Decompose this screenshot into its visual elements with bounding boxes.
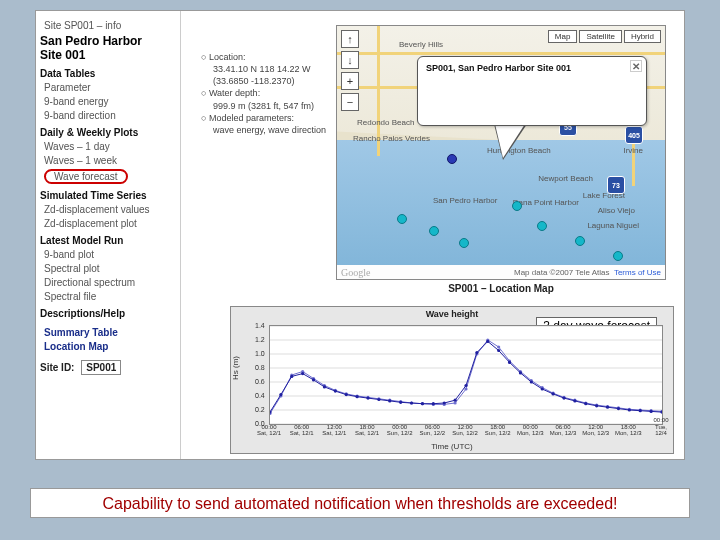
chart-svg: [270, 326, 662, 424]
city-dana: Dana Point Harbor: [513, 198, 579, 207]
map-zoom-in-icon[interactable]: +: [341, 72, 359, 90]
map-attribution: Map data ©2007 Tele Atlas: [514, 268, 610, 277]
svg-point-25: [454, 401, 457, 404]
info-model-hd: Modeled parameters:: [201, 112, 326, 124]
map-footer: Google Map data ©2007 Tele Atlas Terms o…: [337, 265, 665, 279]
chart-ytick: 0.4: [255, 392, 265, 399]
svg-point-74: [584, 402, 587, 405]
map-type-hybrid[interactable]: Hybrid: [624, 30, 661, 43]
chart-ytick: 0.6: [255, 378, 265, 385]
item-wave-forecast[interactable]: Wave forecast: [44, 169, 176, 184]
svg-point-52: [345, 393, 348, 396]
svg-point-70: [541, 387, 544, 390]
item-waves-1week[interactable]: Waves – 1 week: [44, 155, 176, 166]
svg-point-26: [464, 387, 467, 390]
station-dot[interactable]: [429, 226, 439, 236]
chart-xtick: 06:00Mon, 12/3: [550, 424, 577, 437]
location-map[interactable]: 405 22 55 73 Beverly Hills Redondo Beach…: [336, 25, 666, 280]
city-redondo: Redondo Beach: [357, 118, 414, 127]
item-zd-plot[interactable]: Zd-displacement plot: [44, 218, 176, 229]
hd-plots: Daily & Weekly Plots: [40, 127, 176, 138]
site-info-bullets: Location: 33.41.10 N 118 14.22 W (33.685…: [201, 51, 326, 136]
svg-point-80: [650, 410, 653, 413]
svg-point-78: [628, 408, 631, 411]
hd-data-tables: Data Tables: [40, 68, 176, 79]
map-type-satellite[interactable]: Satellite: [579, 30, 621, 43]
map-zoom-out-icon[interactable]: −: [341, 93, 359, 111]
info-lat: 33.41.10 N 118 14.22 W: [213, 63, 326, 75]
map-type-map[interactable]: Map: [548, 30, 578, 43]
siteid-label: Site ID:: [40, 362, 74, 373]
item-dir-spectrum[interactable]: Directional spectrum: [44, 277, 176, 288]
info-depth-hd: Water depth:: [201, 87, 326, 99]
item-9band-direction[interactable]: 9-band direction: [44, 110, 176, 121]
sidebar: Site SP001 – info San Pedro HarborSite 0…: [36, 11, 181, 459]
bubble-text: SP001, San Pedro Harbor Site 001: [426, 63, 571, 73]
svg-point-58: [410, 401, 413, 404]
item-waves-1day[interactable]: Waves – 1 day: [44, 141, 176, 152]
svg-point-56: [388, 399, 391, 402]
chart-plot-area: [269, 325, 663, 425]
chart-ytick: 1.2: [255, 336, 265, 343]
wave-height-chart: Wave height 3 day wave forecast Hs (m) T…: [230, 306, 674, 454]
svg-point-65: [486, 340, 489, 343]
chart-xtick: 12:00Sun, 12/2: [452, 424, 478, 437]
station-dot[interactable]: [537, 221, 547, 231]
station-dot[interactable]: [575, 236, 585, 246]
chart-ytick: 1.0: [255, 350, 265, 357]
svg-point-50: [323, 385, 326, 388]
map-pan-up-icon[interactable]: ↑: [341, 30, 359, 48]
site-title: San Pedro HarborSite 001: [40, 34, 176, 62]
notification-banner: Capability to send automated notificatio…: [30, 488, 690, 518]
svg-point-29: [497, 345, 500, 348]
svg-point-66: [497, 349, 500, 352]
svg-point-73: [573, 399, 576, 402]
chart-xlabel: Time (UTC): [231, 442, 673, 451]
item-9band-plot[interactable]: 9-band plot: [44, 249, 176, 260]
wave-forecast-label: Wave forecast: [44, 169, 128, 184]
info-loc-hd: Location:: [201, 51, 326, 63]
svg-point-79: [639, 409, 642, 412]
station-dot[interactable]: [459, 238, 469, 248]
station-dot[interactable]: [512, 201, 522, 211]
svg-point-69: [530, 380, 533, 383]
item-zd-values[interactable]: Zd-displacement values: [44, 204, 176, 215]
item-9band-energy[interactable]: 9-band energy: [44, 96, 176, 107]
link-summary-table[interactable]: Summary Table: [44, 327, 176, 338]
map-pan-down-icon[interactable]: ↓: [341, 51, 359, 69]
chart-ytick: 0.2: [255, 406, 265, 413]
hd-sim: Simulated Time Series: [40, 190, 176, 201]
station-dot[interactable]: [397, 214, 407, 224]
city-irvine: Irvine: [623, 146, 643, 155]
info-latdec: (33.6850 -118.2370): [213, 75, 326, 87]
map-terms-link[interactable]: Terms of Use: [614, 268, 661, 277]
svg-point-55: [377, 398, 380, 401]
bubble-close-icon[interactable]: ✕: [630, 60, 642, 72]
station-dot-selected[interactable]: [447, 154, 457, 164]
item-parameter[interactable]: Parameter: [44, 82, 176, 93]
item-spectral-plot[interactable]: Spectral plot: [44, 263, 176, 274]
svg-point-67: [508, 361, 511, 364]
svg-point-49: [312, 378, 315, 381]
callout-tail: [495, 124, 525, 158]
hwy-shield-405: 405: [625, 126, 643, 144]
google-logo: Google: [341, 267, 370, 278]
svg-point-47: [290, 375, 293, 378]
svg-point-54: [366, 397, 369, 400]
map-caption: SP001 – Location Map: [336, 283, 666, 294]
siteid-select[interactable]: SP001: [81, 360, 121, 375]
svg-point-57: [399, 401, 402, 404]
map-nav-controls: ↑ ↓ + −: [341, 30, 359, 114]
link-location-map[interactable]: Location Map: [44, 341, 176, 352]
city-sanpedro: San Pedro Harbor: [433, 196, 497, 205]
chart-ytick: 0.8: [255, 364, 265, 371]
svg-point-53: [356, 395, 359, 398]
station-dot[interactable]: [613, 251, 623, 261]
city-rpv: Rancho Palos Verdes: [353, 134, 430, 143]
item-spectral-file[interactable]: Spectral file: [44, 291, 176, 302]
hd-desc[interactable]: Descriptions/Help: [40, 308, 176, 319]
chart-xtick: 12:00Sat, 12/1: [322, 424, 346, 437]
siteid-row: Site ID: SP001: [40, 360, 176, 375]
chart-xtick: 06:00Sun, 12/2: [419, 424, 445, 437]
map-type-buttons: Map Satellite Hybrid: [548, 30, 661, 43]
